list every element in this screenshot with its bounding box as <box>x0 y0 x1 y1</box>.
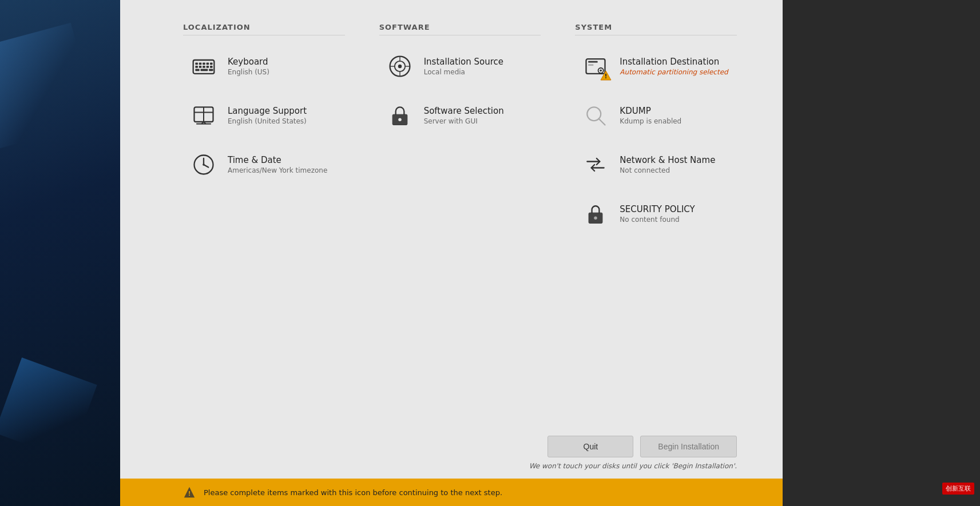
lock-icon-wrapper <box>386 102 414 129</box>
svg-rect-9 <box>207 66 209 68</box>
svg-rect-12 <box>201 69 208 71</box>
software-selection-subtitle: Server with GUI <box>424 117 504 125</box>
keyboard-subtitle: English (US) <box>228 68 269 76</box>
software-selection-tile[interactable]: Software Selection Server with GUI <box>379 96 541 135</box>
language-icon-wrapper <box>190 102 217 129</box>
svg-rect-37 <box>588 64 593 66</box>
svg-rect-2 <box>199 63 202 65</box>
time-date-text: Time & Date Americas/New York timezone <box>228 155 327 174</box>
localization-section: LOCALIZATION <box>183 23 345 233</box>
time-date-subtitle: Americas/New York timezone <box>228 166 327 174</box>
localization-items: Keyboard English (US) <box>183 47 345 184</box>
svg-rect-6 <box>195 66 198 68</box>
disc-icon <box>386 53 414 80</box>
installation-source-subtitle: Local media <box>424 68 503 76</box>
installation-destination-title: Installation Destination <box>620 57 728 67</box>
language-support-subtitle: English (United States) <box>228 117 307 125</box>
quit-button[interactable]: Quit <box>547 436 633 457</box>
localization-title: LOCALIZATION <box>183 23 345 35</box>
keyboard-icon-wrapper <box>190 53 217 80</box>
keyboard-icon <box>190 53 217 80</box>
network-hostname-text: Network & Host Name Not connected <box>620 155 715 174</box>
bottom-area: Quit Begin Installation We won't touch y… <box>120 427 783 479</box>
bottom-note: We won't touch your disks until you clic… <box>529 462 737 470</box>
software-items: Installation Source Local media <box>379 47 541 135</box>
search-icon <box>582 102 609 129</box>
disc-icon-wrapper <box>386 53 414 80</box>
svg-rect-8 <box>203 66 205 68</box>
language-support-tile[interactable]: Language Support English (United States) <box>183 96 345 135</box>
right-panel: 创新互联 <box>783 0 980 506</box>
keyboard-tile[interactable]: Keyboard English (US) <box>183 47 345 86</box>
security-policy-text: SECURITY POLICY No content found <box>620 204 695 224</box>
svg-rect-3 <box>203 63 205 65</box>
svg-point-43 <box>594 217 598 220</box>
security-policy-subtitle: No content found <box>620 216 695 224</box>
time-date-title: Time & Date <box>228 155 327 165</box>
svg-point-32 <box>398 118 402 122</box>
svg-point-23 <box>203 164 205 166</box>
network-hostname-tile[interactable]: Network & Host Name Not connected <box>575 145 737 184</box>
svg-rect-4 <box>207 63 209 65</box>
warning-banner: ! Please complete items marked with this… <box>120 479 783 506</box>
lock-icon <box>386 102 414 129</box>
software-section: SOFTWARE <box>379 23 541 233</box>
network-hostname-subtitle: Not connected <box>620 166 715 174</box>
clock-icon <box>190 151 217 178</box>
warning-text: Please complete items marked with this i… <box>204 488 502 497</box>
installation-destination-text: Installation Destination Automatic parti… <box>620 57 728 76</box>
kdump-text: KDUMP Kdump is enabled <box>620 106 681 125</box>
kdump-icon-wrapper <box>582 102 609 129</box>
svg-text:!: ! <box>188 491 191 497</box>
svg-rect-13 <box>209 69 213 71</box>
disk-icon-wrapper: ! <box>582 53 609 80</box>
installation-source-tile[interactable]: Installation Source Local media <box>379 47 541 86</box>
content-area: LOCALIZATION <box>120 0 783 427</box>
installation-destination-subtitle: Automatic partitioning selected <box>620 68 728 76</box>
svg-rect-7 <box>199 66 202 68</box>
sections-grid: LOCALIZATION <box>183 23 737 233</box>
svg-point-26 <box>398 65 401 68</box>
watermark: 创新互联 <box>942 483 974 495</box>
software-selection-text: Software Selection Server with GUI <box>424 106 504 125</box>
warning-triangle-icon: ! <box>183 486 196 499</box>
system-items: ! Installation Destination Automatic par… <box>575 47 737 233</box>
warning-badge: ! <box>600 70 612 81</box>
svg-line-41 <box>599 119 605 125</box>
installation-source-text: Installation Source Local media <box>424 57 503 76</box>
svg-rect-36 <box>588 61 598 63</box>
software-selection-title: Software Selection <box>424 106 504 116</box>
keyboard-title: Keyboard <box>228 57 269 67</box>
security-icon <box>582 200 609 228</box>
svg-rect-1 <box>195 63 198 65</box>
network-icon <box>582 151 609 178</box>
svg-text:!: ! <box>605 73 608 79</box>
clock-icon-wrapper <box>190 151 217 178</box>
button-row: Quit Begin Installation <box>547 436 737 457</box>
sidebar-decoration <box>0 0 120 506</box>
language-icon <box>190 102 217 129</box>
installation-destination-tile[interactable]: ! Installation Destination Automatic par… <box>575 47 737 86</box>
language-support-title: Language Support <box>228 106 307 116</box>
kdump-subtitle: Kdump is enabled <box>620 117 681 125</box>
svg-rect-11 <box>195 69 199 71</box>
language-support-text: Language Support English (United States) <box>228 106 307 125</box>
kdump-title: KDUMP <box>620 106 681 116</box>
network-icon-wrapper <box>582 151 609 178</box>
installation-source-title: Installation Source <box>424 57 503 67</box>
system-title: SYSTEM <box>575 23 737 35</box>
network-hostname-title: Network & Host Name <box>620 155 715 165</box>
system-section: SYSTEM <box>575 23 737 233</box>
begin-installation-button[interactable]: Begin Installation <box>640 436 737 457</box>
keyboard-text: Keyboard English (US) <box>228 57 269 76</box>
security-policy-tile[interactable]: SECURITY POLICY No content found <box>575 194 737 233</box>
svg-rect-10 <box>210 66 213 68</box>
security-policy-title: SECURITY POLICY <box>620 204 695 214</box>
software-title: SOFTWARE <box>379 23 541 35</box>
time-date-tile[interactable]: Time & Date Americas/New York timezone <box>183 145 345 184</box>
svg-rect-5 <box>210 63 213 65</box>
security-icon-wrapper <box>582 200 609 228</box>
kdump-tile[interactable]: KDUMP Kdump is enabled <box>575 96 737 135</box>
main-content: LOCALIZATION <box>120 0 783 506</box>
